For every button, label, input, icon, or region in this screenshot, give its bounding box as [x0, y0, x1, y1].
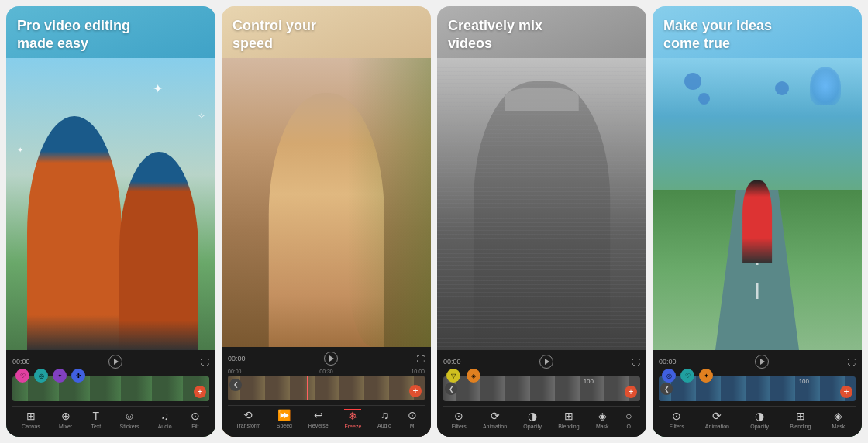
marker-start: 00:00 [228, 369, 242, 374]
tool-filters-4[interactable]: ⊙ Filters [670, 410, 684, 429]
play-button-3[interactable] [539, 355, 553, 369]
keyframe-purple[interactable]: ✦ [53, 369, 67, 383]
fullscreen-icon[interactable]: ⛶ [202, 358, 209, 366]
phone-card-2: Control your speed 00:00 ⛶ 00:00 00:30 1… [222, 6, 431, 437]
person-right [119, 152, 199, 350]
transform-icon: ⟲ [243, 409, 253, 421]
playback-bar: 00:00 ⛶ [12, 355, 209, 369]
time-label-2: 00:00 [228, 355, 246, 362]
rock-3 [775, 81, 789, 95]
playback-bar-3: 00:00 ⛶ [443, 355, 640, 369]
add-button-3[interactable]: + [625, 386, 637, 398]
blending-icon-3: ⊞ [564, 410, 574, 422]
tool-animation-4[interactable]: ⟳ Animation [705, 410, 729, 429]
keyframe-teal-4[interactable]: ♡ [680, 369, 694, 383]
tool-mixer[interactable]: ⊕ Mixer [59, 410, 72, 429]
rock-1 [684, 73, 701, 90]
animation-icon-3: ⟳ [491, 410, 500, 422]
card-1-image: ✦ ✧ ✦ [6, 58, 215, 350]
keyframe-row-4: ◎ ♡ ✦ [662, 369, 713, 383]
keyframe-yellow[interactable]: ▽ [446, 369, 460, 383]
tool-blending-4[interactable]: ⊞ Blending [790, 410, 811, 429]
play-button-2[interactable] [324, 352, 338, 366]
marker-mid: 00:30 [319, 369, 333, 374]
nav-arrow-left[interactable]: ❮ [229, 379, 242, 391]
opacity-icon-3: ◑ [528, 410, 537, 422]
card-1-title: Pro video editing made easy [17, 17, 205, 52]
tool-freeze[interactable]: ❄ Freeze [344, 409, 361, 429]
nav-arrow-left-4[interactable]: ❮ [660, 383, 673, 395]
tool-mask-3[interactable]: ◈ Mask [596, 410, 609, 429]
audio-icon: ♫ [160, 410, 169, 422]
audio-icon-2: ♫ [381, 409, 389, 421]
tool-stickers[interactable]: ☺ Stickers [120, 410, 140, 429]
nav-arrow-left-3[interactable]: ❮ [445, 383, 457, 395]
more-icon-3: ○ [625, 410, 632, 422]
keyframe-row: ♡ ◎ ✦ ✤ [16, 369, 85, 383]
time-markers: 00:00 00:30 10:00 [228, 369, 425, 374]
playhead [307, 376, 308, 400]
tool-audio-2[interactable]: ♫ Audio [377, 409, 391, 429]
add-button-4[interactable]: + [840, 386, 852, 398]
play-button[interactable] [108, 355, 122, 369]
phone-card-3: Creatively mix videos 00:00 ⛶ ▽ ◈ 100 + … [437, 6, 646, 437]
marker-end: 10:00 [411, 369, 425, 374]
bottom-toolbar: ⊞ Canvas ⊕ Mixer T Text ☺ Stickers ♫ Aud… [12, 406, 209, 434]
hat-figure [505, 88, 579, 111]
play-button-4[interactable] [755, 355, 769, 369]
card-2-controls: 00:00 ⛶ 00:00 00:30 10:00 + ❮ ⟲ Transfo [222, 347, 431, 437]
fullscreen-icon-2[interactable]: ⛶ [417, 355, 425, 363]
timeline-container: ♡ ◎ ✦ ✤ + [12, 376, 209, 401]
jellyfish-figure [810, 67, 841, 105]
tool-canvas[interactable]: ⊞ Canvas [22, 410, 40, 429]
time-label: 00:00 [12, 358, 30, 366]
bottom-toolbar-3: ⊙ Filters ⟳ Animation ◑ Opacity ⊞ Blendi… [443, 406, 640, 434]
more-icon-2: ⊙ [408, 409, 417, 421]
speed-timeline: 00:00 00:30 10:00 + ❮ [228, 369, 425, 400]
tool-opacity-4[interactable]: ◑ Opacity [750, 410, 769, 429]
card-3-header: Creatively mix videos [437, 6, 646, 58]
card-3-image [437, 58, 646, 350]
animation-icon-4: ⟳ [712, 410, 722, 422]
add-button-2[interactable]: + [409, 385, 422, 397]
tool-blending-3[interactable]: ⊞ Blending [558, 410, 579, 429]
keyframe-pink[interactable]: ♡ [16, 369, 29, 383]
reverse-icon: ↩ [314, 409, 323, 421]
freeze-icon: ❄ [348, 410, 357, 422]
tool-transform[interactable]: ⟲ Transform [236, 409, 260, 429]
tool-reverse[interactable]: ↩ Reverse [308, 409, 329, 429]
card-1-controls: 00:00 ⛶ ♡ ◎ ✦ ✤ + ⊞ Canvas ⊕ Mix [6, 350, 215, 437]
speed-icon: ⏩ [277, 409, 291, 421]
opacity-display-4: 100 [799, 378, 809, 385]
keyframe-row-3: ▽ ◈ [446, 369, 480, 383]
keyframe-blue-4[interactable]: ◎ [662, 369, 676, 383]
tool-text[interactable]: T Text [91, 410, 101, 429]
fullscreen-icon-4[interactable]: ⛶ [848, 358, 856, 366]
tool-filters[interactable]: ⊙ Filt [191, 410, 200, 429]
mixer-icon: ⊕ [61, 410, 71, 422]
keyframe-teal[interactable]: ◎ [34, 369, 48, 383]
person-left [27, 116, 122, 350]
keyframe-orange[interactable]: ◈ [467, 369, 480, 383]
tool-filters-3[interactable]: ⊙ Filters [452, 410, 467, 429]
card-4-image [653, 58, 862, 350]
road-marking-3 [756, 283, 759, 299]
fullscreen-icon-3[interactable]: ⛶ [632, 358, 640, 366]
time-label-4: 00:00 [659, 358, 677, 366]
tool-more-3[interactable]: ○ O [625, 410, 632, 429]
tool-opacity-3[interactable]: ◑ Opacity [523, 410, 542, 429]
keyframe-orange-4[interactable]: ✦ [699, 369, 713, 383]
card-4-title: Make your ideas come true [663, 17, 851, 52]
tool-mask-4[interactable]: ◈ Mask [832, 410, 846, 429]
tool-more-2[interactable]: ⊙ M [408, 409, 417, 429]
card-3-title: Creatively mix videos [448, 17, 636, 52]
card-2-title: Control your speed [232, 17, 420, 52]
keyframe-blue[interactable]: ✤ [71, 369, 85, 383]
filters-icon-3: ⊙ [454, 410, 463, 422]
tool-animation-3[interactable]: ⟳ Animation [483, 410, 507, 429]
filters-icon-4: ⊙ [672, 410, 681, 422]
bottom-toolbar-4: ⊙ Filters ⟳ Animation ◑ Opacity ⊞ Blendi… [659, 406, 856, 434]
tool-audio[interactable]: ♫ Audio [158, 410, 172, 429]
tool-speed[interactable]: ⏩ Speed [277, 409, 292, 429]
add-button[interactable]: + [194, 386, 206, 398]
